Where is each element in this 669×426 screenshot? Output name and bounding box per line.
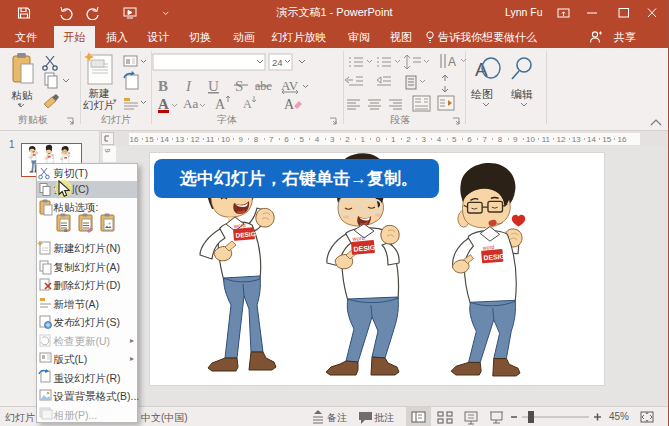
svg-text:A: A <box>448 55 456 69</box>
svg-text:word: word <box>232 222 245 229</box>
svg-text:24: 24 <box>272 57 283 68</box>
svg-text:编辑: 编辑 <box>511 88 533 100</box>
svg-text:U: U <box>208 78 219 94</box>
svg-text:S: S <box>235 78 243 94</box>
svg-text:绘图: 绘图 <box>471 88 493 100</box>
svg-text:Aa: Aa <box>183 96 198 111</box>
svg-text:A: A <box>284 97 295 112</box>
svg-text:A: A <box>215 97 226 112</box>
svg-text:A: A <box>243 97 252 111</box>
svg-text:B: B <box>158 78 168 94</box>
svg-text:A: A <box>158 96 169 112</box>
svg-text:word: word <box>482 244 494 251</box>
svg-text:word: word <box>351 235 364 242</box>
svg-text:I: I <box>185 78 192 94</box>
